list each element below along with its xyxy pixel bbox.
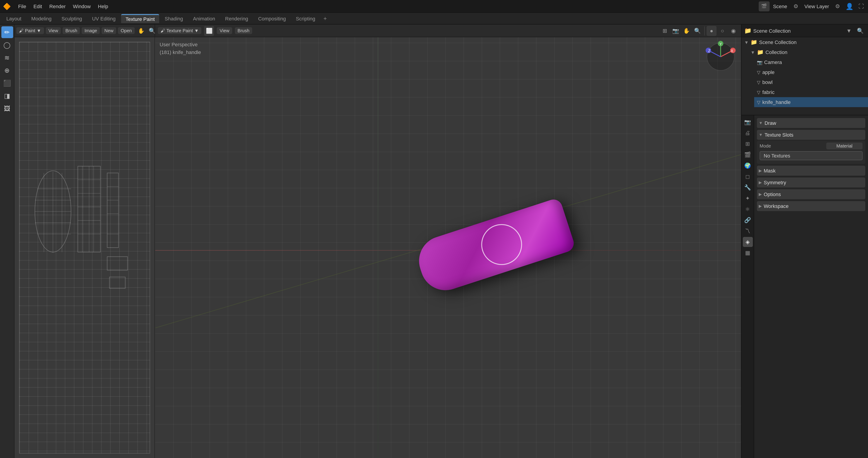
prop-tab-view-layer[interactable]: ⊞: [743, 139, 752, 149]
viewport-view-button[interactable]: View: [217, 27, 232, 34]
uv-new-button[interactable]: New: [101, 27, 116, 34]
outliner-search-icon[interactable]: 🔍: [855, 26, 865, 36]
properties-section: 📷 🖨 ⊞ 🎬 🌍 ◻ 🔧 ✦ ⚛ 🔗 〽 ◈ ▦ ▼: [742, 115, 868, 458]
prop-tab-texture[interactable]: ▦: [743, 248, 752, 258]
uv-mode-dropdown[interactable]: 🖌 Paint ▼: [16, 27, 44, 34]
uv-left-toolbar: ✏ ◯ ≋ ⊕ ⬛ ◨ 🖼: [0, 25, 14, 458]
right-combined-panel: 📁 Scene Collection ▼ 🔍 ▼ 📁 Scene Collect…: [741, 25, 868, 458]
viewport-camera-icon[interactable]: 📷: [671, 26, 681, 36]
workspace-section-header[interactable]: ▶ Workspace: [757, 201, 865, 211]
prop-tab-output[interactable]: 🖨: [743, 128, 752, 138]
prop-tab-particles[interactable]: ✦: [743, 193, 752, 203]
menu-help[interactable]: Help: [94, 2, 112, 10]
viewport-gizmo[interactable]: X Y Z: [705, 41, 737, 73]
uv-open-button[interactable]: Open: [118, 27, 134, 34]
prop-tab-data[interactable]: 〽: [743, 226, 752, 236]
menu-render[interactable]: Render: [45, 2, 69, 10]
viewport-brush-button[interactable]: Brush: [235, 27, 252, 34]
view-layer-props-icon[interactable]: ⚙: [833, 1, 843, 11]
smear-tool-button[interactable]: ≋: [1, 52, 13, 63]
outliner-camera[interactable]: 📷 Camera: [754, 57, 868, 67]
apple-name: apple: [762, 69, 775, 75]
viewport-hand-icon[interactable]: ✋: [682, 26, 691, 36]
prop-tab-object[interactable]: ◻: [743, 172, 752, 181]
tab-rendering[interactable]: Rendering: [221, 14, 253, 23]
engine-icon[interactable]: 🎬: [758, 1, 769, 11]
tab-uv-editing[interactable]: UV Editing: [88, 14, 120, 23]
viewport-mode-dropdown[interactable]: 🖌 Texture Paint ▼: [158, 27, 202, 34]
symmetry-section-header[interactable]: ▶ Symmetry: [757, 177, 865, 188]
texture-slots-header[interactable]: ▼ Texture Slots: [757, 130, 865, 140]
fabric-name: fabric: [762, 89, 775, 95]
viewport-box-icon[interactable]: ⬜: [204, 26, 214, 36]
uv-mode-chevron: ▼: [37, 28, 41, 33]
draw-section: ▼ Draw: [757, 118, 865, 128]
prop-tab-physics[interactable]: ⚛: [743, 204, 752, 214]
outliner-fabric[interactable]: ▽ fabric: [754, 87, 868, 97]
uv-image-button[interactable]: Image: [82, 27, 100, 34]
tab-layout[interactable]: Layout: [2, 14, 26, 23]
viewport-3d[interactable]: 🖌 Texture Paint ▼ ⬜ View Brush ⊞ 📷 ✋ 🔍 ●…: [155, 25, 741, 458]
menu-window[interactable]: Window: [69, 2, 94, 10]
options-section-header[interactable]: ▶ Options: [757, 189, 865, 199]
tab-modeling[interactable]: Modeling: [27, 14, 56, 23]
clone-tool-button[interactable]: ⊕: [1, 64, 13, 76]
tab-scripting[interactable]: Scripting: [291, 14, 320, 23]
draw-tool-button[interactable]: ✏: [1, 26, 13, 38]
mask-section-header[interactable]: ▶ Mask: [757, 166, 865, 176]
workspace-collapse-icon: ▶: [759, 204, 762, 208]
outliner-knife-handle[interactable]: ▽ knife_handle: [754, 97, 868, 107]
render-shading-solid[interactable]: ●: [707, 26, 716, 36]
scene-props-icon[interactable]: ⚙: [791, 1, 801, 11]
outliner-filter-icon[interactable]: ▼: [844, 26, 854, 36]
prop-tab-scene[interactable]: 🎬: [743, 150, 752, 160]
viewport-grid-icon[interactable]: ⊞: [660, 26, 670, 36]
knife-mesh-icon: ▽: [757, 99, 761, 105]
prop-tab-modifier[interactable]: 🔧: [743, 182, 752, 193]
svg-text:X: X: [731, 49, 733, 53]
prop-tab-render[interactable]: 📷: [743, 117, 752, 127]
user-icon[interactable]: 👤: [844, 1, 855, 11]
prop-tab-material[interactable]: ◈: [743, 237, 752, 247]
fullscreen-icon[interactable]: ⛶: [856, 1, 866, 11]
menu-edit[interactable]: Edit: [30, 2, 45, 10]
render-shading-render[interactable]: ◉: [728, 26, 738, 36]
add-workspace-button[interactable]: +: [321, 14, 330, 23]
svg-rect-18: [107, 173, 119, 248]
scene-collection-label: Scene Collection: [753, 28, 791, 33]
texture-mode-label: Mode: [760, 143, 771, 148]
image-tool-button[interactable]: 🖼: [1, 103, 13, 114]
main-content: ✏ ◯ ≋ ⊕ ⬛ ◨ 🖼 🖌 Paint ▼ View Brush Image…: [0, 25, 868, 458]
outliner-apple[interactable]: ▽ apple: [754, 67, 868, 77]
soften-tool-button[interactable]: ◯: [1, 39, 13, 51]
properties-content: ▼ Draw ▼ Texture Slots Mode Material: [754, 115, 868, 458]
menu-file[interactable]: File: [14, 2, 30, 10]
uv-canvas[interactable]: [14, 37, 155, 458]
properties-tabs: 📷 🖨 ⊞ 🎬 🌍 ◻ 🔧 ✦ ⚛ 🔗 〽 ◈ ▦: [742, 115, 754, 458]
workspace-section: ▶ Workspace: [757, 201, 865, 211]
mask-tool-button[interactable]: ◨: [1, 90, 13, 102]
no-textures-badge[interactable]: No Textures: [760, 151, 863, 160]
viewport-zoom-icon[interactable]: 🔍: [692, 26, 703, 36]
header-right: 🎬 Scene ⚙ View Layer ⚙ 👤 ⛶: [758, 1, 866, 11]
uv-brush-button[interactable]: Brush: [63, 27, 80, 34]
prop-tab-constraint[interactable]: 🔗: [743, 215, 752, 225]
tab-compositing[interactable]: Compositing: [253, 14, 290, 23]
texture-mode-dropdown[interactable]: Material: [826, 143, 863, 149]
outliner-scene-collection[interactable]: ▼ 📁 Scene Collection: [742, 37, 868, 47]
prop-tab-world[interactable]: 🌍: [743, 161, 752, 171]
outliner-bowl[interactable]: ▽ bowl: [754, 77, 868, 87]
tab-texture-paint[interactable]: Texture Paint: [121, 14, 159, 23]
render-shading-material[interactable]: ○: [717, 26, 727, 36]
bowl-name: bowl: [762, 80, 773, 85]
viewport-header: 🖌 Texture Paint ▼ ⬜ View Brush ⊞ 📷 ✋ 🔍 ●…: [155, 25, 741, 37]
uv-view-button[interactable]: View: [45, 27, 61, 34]
draw-section-header[interactable]: ▼ Draw: [757, 118, 865, 128]
tab-animation[interactable]: Animation: [188, 14, 220, 23]
uv-hand-icon[interactable]: ✋: [136, 26, 146, 36]
tab-shading[interactable]: Shading: [160, 14, 188, 23]
fill-tool-button[interactable]: ⬛: [1, 77, 13, 89]
tab-sculpting[interactable]: Sculpting: [57, 14, 87, 23]
outliner-section: 📁 Scene Collection ▼ 🔍 ▼ 📁 Scene Collect…: [742, 25, 868, 115]
outliner-collection[interactable]: ▼ 📁 Collection: [748, 47, 868, 57]
